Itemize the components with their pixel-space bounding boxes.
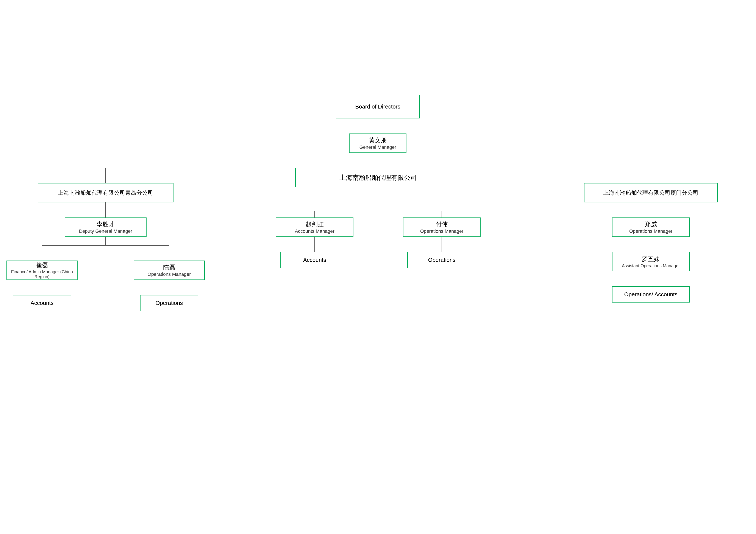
li-node: 李胜才 Deputy General Manager xyxy=(65,217,147,237)
cui-node: 崔磊 Finance/ Admin Manager (China Region) xyxy=(7,261,78,280)
accounts-mid-node: Accounts xyxy=(280,252,349,268)
zhao-title: Accounts Manager xyxy=(295,228,334,234)
gm-title: General Manager xyxy=(359,144,396,150)
ops-accounts-right-label: Operations/ Accounts xyxy=(624,291,677,298)
fu-title: Operations Manager xyxy=(420,228,464,234)
accounts-left-node: Accounts xyxy=(13,295,71,311)
board-node: Board of Directors xyxy=(336,95,420,118)
gm-name: 黄文朋 xyxy=(369,136,387,144)
zhao-node: 赵剑虹 Accounts Manager xyxy=(276,217,353,237)
luo-name: 罗五妹 xyxy=(642,255,660,263)
luo-title: Assistant Operations Manager xyxy=(622,263,680,268)
cui-title: Finance/ Admin Manager (China Region) xyxy=(10,269,74,279)
zheng-name: 郑威 xyxy=(645,220,657,228)
qingdao-label: 上海南瀚船舶代理有限公司青岛分公司 xyxy=(58,189,153,196)
zhao-name: 赵剑虹 xyxy=(306,220,324,228)
li-title: Deputy General Manager xyxy=(79,228,132,234)
accounts-left-label: Accounts xyxy=(31,300,54,306)
chen-title: Operations Manager xyxy=(148,271,191,277)
qingdao-branch-node: 上海南瀚船舶代理有限公司青岛分公司 xyxy=(38,183,174,202)
board-label: Board of Directors xyxy=(355,103,400,110)
operations-mid-label: Operations xyxy=(428,257,455,263)
li-name: 李胜才 xyxy=(96,220,115,228)
main-company-node: 上海南瀚船舶代理有限公司 xyxy=(295,168,461,187)
zheng-node: 郑威 Operations Manager xyxy=(612,217,689,237)
operations-left-node: Operations xyxy=(140,295,198,311)
operations-mid-node: Operations xyxy=(407,252,476,268)
luo-node: 罗五妹 Assistant Operations Manager xyxy=(612,252,689,271)
fu-node: 付伟 Operations Manager xyxy=(403,217,481,237)
fu-name: 付伟 xyxy=(436,220,448,228)
operations-left-label: Operations xyxy=(155,300,183,306)
ops-accounts-right-node: Operations/ Accounts xyxy=(612,286,689,302)
xiamen-branch-node: 上海南瀚船舶代理有限公司厦门分公司 xyxy=(584,183,717,202)
gm-node: 黄文朋 General Manager xyxy=(349,134,406,153)
xiamen-label: 上海南瀚船舶代理有限公司厦门分公司 xyxy=(603,189,698,196)
main-company-label: 上海南瀚船舶代理有限公司 xyxy=(339,173,417,182)
chen-node: 陈磊 Operations Manager xyxy=(134,261,205,280)
accounts-mid-label: Accounts xyxy=(303,257,326,263)
zheng-title: Operations Manager xyxy=(629,228,673,234)
chen-name: 陈磊 xyxy=(163,263,175,271)
cui-name: 崔磊 xyxy=(36,261,48,269)
